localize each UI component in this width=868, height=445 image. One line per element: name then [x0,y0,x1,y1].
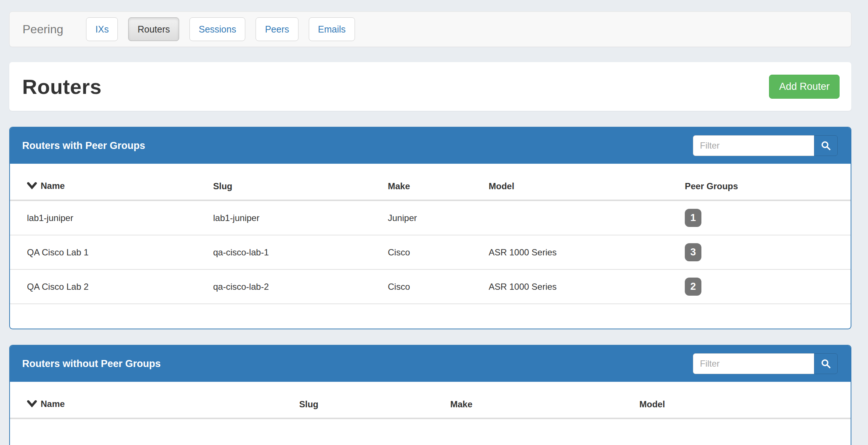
cell-peer-groups: 3 [680,235,851,269]
search-button[interactable] [814,353,838,374]
cell-slug: qa-cisco-lab-2 [209,269,383,304]
search-button[interactable] [814,135,838,156]
cell-make: Cisco [383,269,484,304]
panel-bottom-spacer [10,304,851,329]
panel-routers-with-peer-groups: Routers with Peer Groups [9,127,851,329]
magnifying-glass-icon [821,140,831,151]
add-router-button[interactable]: Add Router [769,75,840,99]
table-header-row: Name Slug Make Model Peer Groups [10,164,851,200]
tab-ixs[interactable]: IXs [86,17,118,41]
page-container: Peering IXs Routers Sessions Peers Email… [9,11,851,445]
filter-input[interactable] [693,135,814,156]
peer-group-count-badge: 2 [685,278,701,296]
routers-with-peer-groups-table: Name Slug Make Model Peer Groups lab1-ju… [10,164,851,304]
cell-name: lab1-juniper [10,200,209,235]
column-header-name[interactable]: Name [10,382,295,418]
tab-emails[interactable]: Emails [309,17,355,41]
column-header-make[interactable]: Make [446,382,635,418]
cell-peer-groups: 2 [680,269,851,304]
panel-heading: Routers without Peer Groups [10,346,851,382]
column-header-slug[interactable]: Slug [209,164,383,200]
table-row: QA Cisco Lab 2 qa-cisco-lab-2 Cisco ASR … [10,269,851,304]
peer-group-count-badge: 3 [685,243,701,261]
column-header-slug[interactable]: Slug [295,382,446,418]
cell-make: Juniper [383,200,484,235]
tab-routers[interactable]: Routers [128,17,179,41]
cell-peer-groups: 1 [680,200,851,235]
chevron-down-icon [27,399,37,410]
column-header-model[interactable]: Model [635,382,851,418]
panel-routers-without-peer-groups: Routers without Peer Groups [9,345,851,445]
routers-without-peer-groups-table: Name Slug Make Model [10,382,851,419]
filter-group [693,353,838,374]
filter-group [693,135,838,156]
cell-make: Cisco [383,235,484,269]
chevron-down-icon [27,181,37,191]
column-header-name[interactable]: Name [10,164,209,200]
page-header-card: Routers Add Router [9,62,851,111]
panel-bottom-spacer [10,419,851,445]
peer-group-count-badge: 1 [685,209,701,227]
table-row: QA Cisco Lab 1 qa-cisco-lab-1 Cisco ASR … [10,235,851,269]
magnifying-glass-icon [821,359,831,369]
cell-model: ASR 1000 Series [484,235,680,269]
panel-title: Routers without Peer Groups [22,358,161,370]
cell-name: QA Cisco Lab 2 [10,269,209,304]
column-header-peer-groups[interactable]: Peer Groups [680,164,851,200]
cell-model [484,200,680,235]
table-header-row: Name Slug Make Model [10,382,851,418]
panel-title: Routers with Peer Groups [22,140,145,152]
column-header-make[interactable]: Make [383,164,484,200]
cell-slug: qa-cisco-lab-1 [209,235,383,269]
nav-tab-group: IXs Routers Sessions Peers Emails [86,17,355,41]
app-brand: Peering [23,23,63,36]
filter-input[interactable] [693,353,814,374]
page-title: Routers [22,75,102,99]
cell-slug: lab1-juniper [209,200,383,235]
top-navbar: Peering IXs Routers Sessions Peers Email… [9,11,851,47]
cell-name: QA Cisco Lab 1 [10,235,209,269]
tab-peers[interactable]: Peers [256,17,298,41]
tab-sessions[interactable]: Sessions [189,17,245,41]
cell-model: ASR 1000 Series [484,269,680,304]
column-header-model[interactable]: Model [484,164,680,200]
table-row: lab1-juniper lab1-juniper Juniper 1 [10,200,851,235]
panel-heading: Routers with Peer Groups [10,128,851,164]
